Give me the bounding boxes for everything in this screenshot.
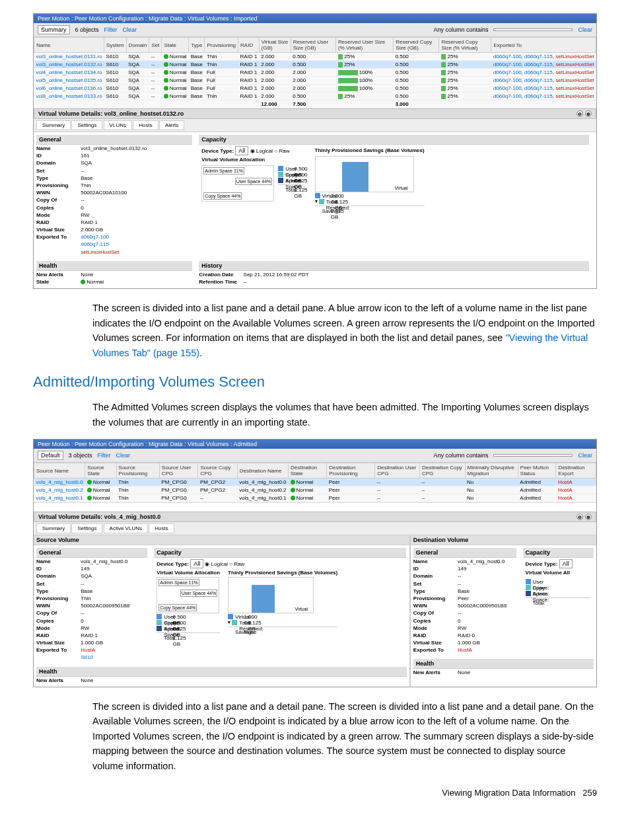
col-header[interactable]: Peer Motion Status [518, 463, 556, 478]
col-header[interactable]: Destination Export [556, 463, 596, 478]
paragraph-2: The Admitted Volumes screen displays the… [92, 400, 597, 430]
expand-icon[interactable]: ⊕ [585, 514, 592, 520]
radio-logical[interactable]: Logical [211, 561, 228, 567]
table-row[interactable]: vols_4_mig_host0.0NormalThinPM_CPG0PM_CP… [34, 478, 596, 486]
filter-link[interactable]: Filter [104, 26, 118, 33]
new-alerts-value: None [458, 669, 470, 675]
page-number: 259 [582, 788, 597, 798]
col-header[interactable]: RAID [238, 38, 260, 53]
col-header[interactable]: System [104, 38, 127, 53]
col-header[interactable]: Destination Provisioning [327, 463, 375, 478]
col-header[interactable]: Source Name [34, 463, 85, 478]
col-header[interactable]: Virtual Size (GB) [259, 38, 291, 53]
col-header[interactable]: Domain [126, 38, 149, 53]
tps-title: Thinly Provisioned Savings (Base Volumes… [315, 147, 425, 153]
radio-raw[interactable]: Raw [234, 561, 244, 567]
pie-chart: Admin Space 11% Copy Space 44% User Spac… [201, 165, 274, 202]
filter-combo[interactable]: Summary [38, 25, 70, 34]
state-label: State [36, 278, 79, 286]
col-header[interactable]: Minimally Disruptive Migration [465, 463, 518, 478]
section-capacity: Capacity [199, 135, 589, 145]
savings-chart: Virtual [315, 156, 414, 192]
clear-search[interactable]: Clear [578, 26, 592, 33]
col-header[interactable]: Set [149, 38, 162, 53]
tab-hosts[interactable]: Hosts [149, 523, 174, 533]
col-header[interactable]: Destination User CPG [375, 463, 420, 478]
allocation-legend: User Space: 0.500 GB Copy Space: 0.500 G… [157, 613, 220, 640]
any-column-input[interactable] [493, 28, 573, 31]
tab-vluns[interactable]: VLUNs [104, 120, 132, 130]
device-type-combo[interactable]: All [190, 559, 203, 568]
table-row[interactable]: vol5_online_hostset.0135.roS610SQA--Norm… [34, 77, 596, 85]
col-header[interactable]: Type [189, 38, 205, 53]
filter-combo[interactable]: Default [38, 451, 63, 460]
filter-link[interactable]: Filter [98, 452, 111, 459]
new-alerts-value: None [81, 272, 93, 278]
imported-volumes-screenshot: Peer Motion : Peer Motion Configuration … [33, 13, 597, 289]
paragraph-3: The screen is divided into a list pane a… [92, 699, 597, 773]
source-volume-header: Source Volume [34, 535, 409, 545]
col-header[interactable]: Reserved User Size (GB) [291, 38, 335, 53]
col-header[interactable]: Destination State [289, 463, 327, 478]
any-column-label: Any column contains [433, 26, 488, 33]
section-health: Health [413, 659, 594, 669]
vva-title: Virtual Volume Allocation [157, 570, 220, 576]
tab-settings[interactable]: Settings [71, 120, 102, 130]
col-header[interactable]: Reserved Copy Size (GB) [394, 38, 439, 53]
col-header[interactable]: Name [34, 38, 104, 53]
col-header[interactable]: Source Provisioning [116, 463, 159, 478]
tab-settings[interactable]: Settings [71, 523, 102, 533]
clear-link[interactable]: Clear [116, 452, 131, 459]
toolbar: Summary 6 objects Filter Clear Any colum… [34, 23, 596, 37]
radio-raw[interactable]: Raw [279, 148, 289, 154]
clear-search[interactable]: Clear [578, 452, 592, 459]
collapse-icon[interactable]: ⊖ [577, 514, 583, 520]
table-row[interactable]: vol3_online_hostset.0132.roS610SQA--Norm… [34, 61, 596, 69]
volumes-table: Source NameSource StateSource Provisioni… [34, 463, 596, 502]
detail-title: Virtual Volume Details: vol3_online_host… [38, 110, 184, 117]
table-row[interactable]: vol3_online_hostset.0131.roS610SQA--Norm… [34, 53, 596, 61]
section-health: Health [36, 667, 407, 677]
clear-link[interactable]: Clear [123, 26, 137, 33]
any-column-input[interactable] [493, 454, 573, 457]
total-rus: 7.500 [291, 100, 335, 108]
tps-title: Thinly Provisioned Savings (Base Volumes… [228, 570, 337, 576]
dest-legend: User Space: Copy Space: Admin Space: Tot… [523, 576, 594, 608]
table-row[interactable]: vol6_online_hostset.0136.roS610SQA--Norm… [34, 85, 596, 93]
vva-title: Virtual Volume All [523, 570, 594, 576]
retention-value: -- [244, 279, 247, 285]
table-row[interactable]: vols_4_mig_host0.2NormalThinPM_CPG0PM_CP… [34, 486, 596, 494]
device-type-label: Device Type: [526, 561, 558, 567]
section-general: General [36, 548, 147, 558]
tab-summary[interactable]: Summary [36, 120, 71, 130]
device-type-combo[interactable]: All [559, 559, 573, 568]
paragraph-1: The screen is divided into a list pane a… [92, 301, 597, 360]
pie-label-copy: Copy Space 44% [158, 604, 197, 611]
tab-summary[interactable]: Summary [36, 523, 71, 533]
collapse-icon[interactable]: ⊖ [577, 110, 583, 117]
device-type-label: Device Type: [157, 561, 189, 567]
savings-legend: Virtual: 2.000 GB ▾ Total Reserved: 1.12… [315, 192, 425, 213]
table-row[interactable]: vol8_online_hostset.0133.roS610SQA--Norm… [34, 93, 596, 100]
col-header[interactable]: Source Copy CPG [198, 463, 237, 478]
col-header[interactable]: Destination Name [237, 463, 288, 478]
col-header[interactable]: Source User CPG [159, 463, 198, 478]
pie-label-user: User Space 44% [235, 178, 273, 185]
table-row[interactable]: vol4_online_hostset.0134.roS610SQA--Norm… [34, 69, 596, 77]
col-header[interactable]: Reserved Copy Size (% Virtual) [439, 38, 491, 53]
col-header[interactable]: State [162, 38, 189, 53]
tab-alerts[interactable]: Alerts [159, 120, 184, 130]
radio-logical[interactable]: Logical [256, 148, 273, 154]
col-header[interactable]: Destination Copy CPG [419, 463, 465, 478]
col-header[interactable]: Source State [85, 463, 116, 478]
table-row[interactable]: vols_4_mig_host0.1NormalThinPM_CPG0--vol… [34, 494, 596, 502]
col-header[interactable]: Exported To [491, 38, 596, 53]
col-header[interactable]: Reserved User Size (% Virtual) [336, 38, 394, 53]
col-header[interactable]: Provisioning [205, 38, 238, 53]
tab-active-vluns[interactable]: Active VLUNs [104, 523, 148, 533]
savings-legend: Virtual: 1.000 GB ▾ Total Reserved: 1.12… [228, 613, 337, 634]
tab-hosts[interactable]: Hosts [133, 120, 158, 130]
device-type-combo[interactable]: All [235, 146, 248, 155]
pie-chart: Admin Space 11% Copy Space 44% User Spac… [157, 577, 219, 613]
expand-icon[interactable]: ⊕ [585, 110, 592, 117]
